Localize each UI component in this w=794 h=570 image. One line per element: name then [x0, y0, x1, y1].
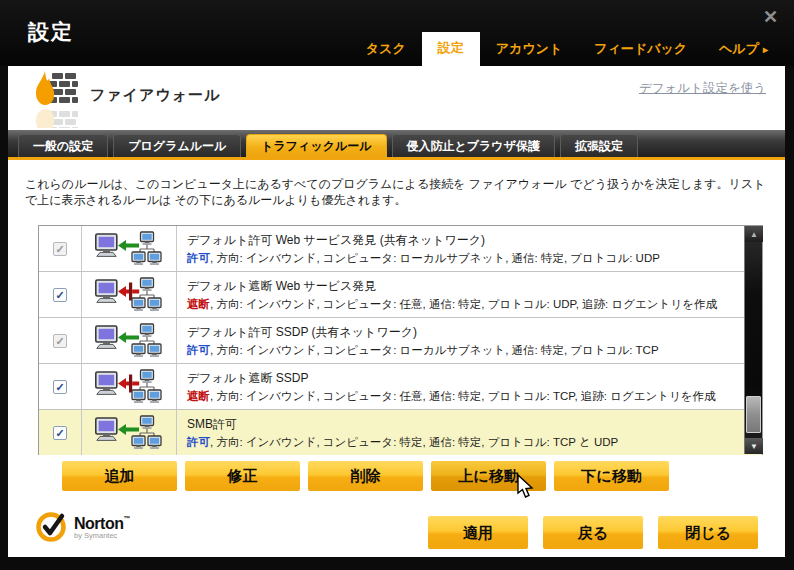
rule-text-cell: デフォルト許可 SSDP (共有ネットワーク)許可, 方向: インバウンド, コ… [177, 318, 762, 363]
tab-intrusion-browser-protection[interactable]: 侵入防止とブラウザ保護 [392, 134, 555, 157]
nav-tab-label: タスク [366, 41, 406, 56]
scrollbar-thumb[interactable] [746, 396, 761, 433]
rule-allow-inbound-icon [82, 410, 177, 455]
nav-tab-tasks[interactable]: タスク [350, 34, 422, 66]
close-button[interactable]: 閉じる [658, 516, 758, 549]
rule-checkbox-cell: ✓ [39, 318, 82, 363]
rule-enabled-checkbox[interactable]: ✓ [53, 426, 67, 440]
scroll-up-icon[interactable]: ▲ [745, 226, 763, 242]
rule-checkbox-cell: ✓ [39, 364, 82, 409]
rule-enabled-checkbox[interactable]: ✓ [53, 380, 67, 394]
rule-checkbox-cell: ✓ [39, 226, 82, 271]
rules-rows: ✓ デフォルト許可 Web サービス発見 (共有ネットワーク)許可, 方向: イ… [39, 226, 762, 455]
rule-detail: 許可, 方向: インバウンド, コンピュータ: ローカルサブネット, 通信: 特… [187, 343, 752, 358]
table-row[interactable]: ✓ デフォルト遮断 SSDP遮断, 方向: インバウンド, コンピュータ: 任意… [39, 364, 762, 410]
rule-title: デフォルト許可 SSDP (共有ネットワーク) [187, 324, 752, 341]
footer-buttons: 適用 戻る 閉じる [428, 516, 758, 549]
tab-advanced[interactable]: 拡張設定 [560, 134, 638, 157]
rule-enabled-checkbox: ✓ [53, 334, 67, 348]
rule-title: デフォルト遮断 Web サービス発見 [187, 278, 752, 295]
traffic-rules-table: ✓ デフォルト許可 Web サービス発見 (共有ネットワーク)許可, 方向: イ… [38, 225, 763, 455]
table-row[interactable]: ✓ デフォルト許可 SSDP (共有ネットワーク)許可, 方向: インバウンド,… [39, 318, 762, 364]
rule-allow-inbound-icon [82, 318, 177, 363]
rule-status: 許可 [187, 344, 210, 356]
rule-checkbox-cell: ✓ [39, 272, 82, 317]
rule-detail-rest: , 方向: インバウンド, コンピュータ: ローカルサブネット, 通信: 特定,… [210, 344, 659, 356]
tab-program-rules[interactable]: プログラムルール [113, 134, 241, 157]
rule-detail: 許可, 方向: インバウンド, コンピュータ: ローカルサブネット, 通信: 特… [187, 251, 752, 266]
chevron-right-icon: ▸ [763, 44, 768, 55]
norton-logo-icon [36, 511, 68, 543]
nav-tab-feedback[interactable]: フィードバック [578, 34, 703, 66]
page-title: ファイアウォール [90, 86, 220, 105]
use-default-settings-link[interactable]: デフォルト設定を使う [639, 80, 766, 97]
firewall-flame-icon [32, 70, 80, 128]
rule-action-buttons: 追加修正削除上に移動下に移動 [62, 461, 669, 491]
rule-status: 許可 [187, 436, 210, 448]
rule-block-inbound-icon [82, 272, 177, 317]
rule-enabled-checkbox[interactable]: ✓ [53, 288, 67, 302]
rule-status: 遮断 [187, 390, 210, 402]
window-title: 設定 [28, 18, 74, 46]
nav-tab-label: ヘルプ [719, 41, 759, 56]
rule-detail-rest: , 方向: インバウンド, コンピュータ: 任意, 通信: 特定, プロトコル:… [210, 390, 716, 402]
rules-description: これらのルールは、このコンピュータ上にあるすべてのプログラムによる接続を ファイ… [25, 176, 773, 208]
rule-enabled-checkbox: ✓ [53, 242, 67, 256]
nav-tab-account[interactable]: アカウント [480, 34, 579, 66]
rule-block-inbound-icon [82, 364, 177, 409]
rule-detail: 遮断, 方向: インバウンド, コンピュータ: 任意, 通信: 特定, プロトコ… [187, 389, 752, 404]
rule-checkbox-cell: ✓ [39, 410, 82, 455]
nav-tab-label: アカウント [496, 41, 563, 56]
rule-title: SMB許可 [187, 416, 752, 433]
apply-button[interactable]: 適用 [428, 516, 528, 549]
table-row[interactable]: ✓ デフォルト遮断 Web サービス発見遮断, 方向: インバウンド, コンピュ… [39, 272, 762, 318]
rule-detail-rest: , 方向: インバウンド, コンピュータ: 任意, 通信: 特定, プロトコル:… [210, 298, 717, 310]
rule-detail-rest: , 方向: インバウンド, コンピュータ: ローカルサブネット, 通信: 特定,… [210, 252, 660, 264]
title-bar: 設定 ✕ タスク設定アカウントフィードバックヘルプ▸ [0, 0, 794, 66]
nav-tab-label: 設定 [438, 40, 464, 55]
tab-general[interactable]: 一般の設定 [18, 134, 108, 157]
rule-text-cell: デフォルト遮断 SSDP遮断, 方向: インバウンド, コンピュータ: 任意, … [177, 364, 762, 409]
tab-underline [8, 157, 785, 160]
add-button[interactable]: 追加 [62, 461, 177, 491]
back-button[interactable]: 戻る [543, 516, 643, 549]
rule-status: 許可 [187, 252, 210, 264]
move-up-button[interactable]: 上に移動 [431, 461, 546, 491]
vertical-scrollbar[interactable]: ▲ ▼ [744, 226, 762, 454]
scroll-down-icon[interactable]: ▼ [745, 438, 763, 454]
norton-brand: Norton™ by Symantec [36, 511, 130, 543]
table-row[interactable]: ✓ SMB許可許可, 方向: インバウンド, コンピュータ: 特定, 通信: 特… [39, 410, 762, 455]
nav-tab-label: フィードバック [594, 41, 687, 56]
rule-text-cell: デフォルト遮断 Web サービス発見遮断, 方向: インバウンド, コンピュータ… [177, 272, 762, 317]
rule-text-cell: デフォルト許可 Web サービス発見 (共有ネットワーク)許可, 方向: インバ… [177, 226, 762, 271]
rule-detail: 許可, 方向: インバウンド, コンピュータ: 特定, 通信: 特定, プロトコ… [187, 435, 752, 450]
rule-allow-inbound-icon [82, 226, 177, 271]
settings-window: 設定 ✕ タスク設定アカウントフィードバックヘルプ▸ ファイアウォール デフォル… [0, 0, 794, 570]
rule-title: デフォルト遮断 SSDP [187, 370, 752, 387]
brand-name: Norton™ [74, 515, 130, 533]
rule-detail-rest: , 方向: インバウンド, コンピュータ: 特定, 通信: 特定, プロトコル:… [210, 436, 618, 448]
rule-text-cell: SMB許可許可, 方向: インバウンド, コンピュータ: 特定, 通信: 特定,… [177, 410, 762, 455]
settings-tabstrip: 一般の設定プログラムルールトラフィックルール侵入防止とブラウザ保護拡張設定 [8, 130, 785, 157]
rule-status: 遮断 [187, 298, 210, 310]
rule-detail: 遮断, 方向: インバウンド, コンピュータ: 任意, 通信: 特定, プロトコ… [187, 297, 752, 312]
nav-tab-settings[interactable]: 設定 [422, 32, 480, 66]
nav-tab-help[interactable]: ヘルプ▸ [703, 34, 784, 66]
close-icon[interactable]: ✕ [763, 6, 778, 28]
move-down-button[interactable]: 下に移動 [554, 461, 669, 491]
delete-button[interactable]: 削除 [308, 461, 423, 491]
rule-title: デフォルト許可 Web サービス発見 (共有ネットワーク) [187, 232, 752, 249]
modify-button[interactable]: 修正 [185, 461, 300, 491]
tab-traffic-rules[interactable]: トラフィックルール [246, 134, 386, 157]
nav-tabs: タスク設定アカウントフィードバックヘルプ▸ [350, 32, 784, 66]
table-row[interactable]: ✓ デフォルト許可 Web サービス発見 (共有ネットワーク)許可, 方向: イ… [39, 226, 762, 272]
